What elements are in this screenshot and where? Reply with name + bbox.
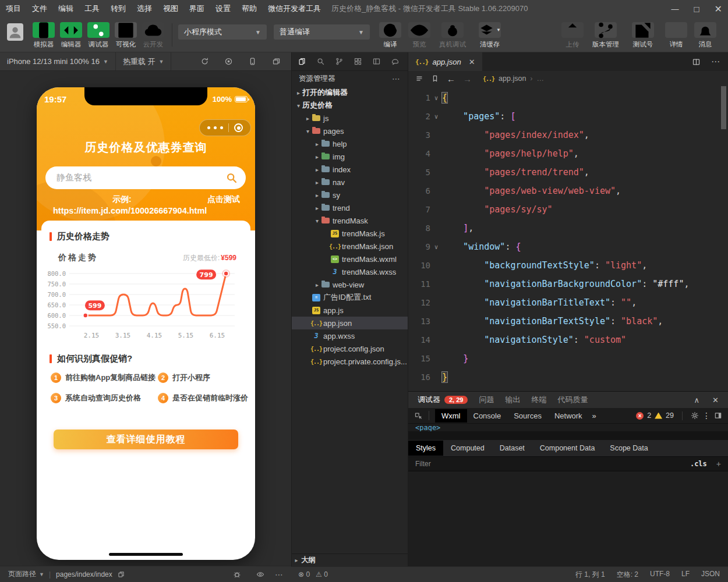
code-editor[interactable]: 1∨{2∨ "pages": [3 "pages/index/index",4 … [408, 86, 728, 391]
problems-status[interactable]: ⊗ 0 ⚠ 0 [298, 570, 328, 579]
action-编译[interactable]: 编译 [377, 22, 404, 49]
search-input[interactable]: 静鱼客栈 [45, 166, 246, 189]
miniprogram-capsule[interactable] [199, 119, 251, 136]
tree-item-index[interactable]: ▸index [292, 163, 408, 176]
add-style-icon[interactable]: + [716, 459, 721, 469]
more-tabs-icon[interactable]: » [592, 411, 596, 420]
bookmark-icon[interactable] [431, 74, 439, 83]
tree-item-打开的编辑器[interactable]: ▸打开的编辑器 [292, 86, 408, 99]
code-line[interactable]: 2∨ "pages": [ [408, 107, 728, 126]
code-line[interactable]: 14 "navigationStyle": "custom" [408, 331, 728, 349]
menu-item[interactable]: 视图 [163, 3, 178, 14]
status-item[interactable]: 行 1, 列 1 [575, 570, 605, 580]
code-line[interactable]: 1∨{ [408, 88, 728, 107]
breadcrumb-file[interactable]: app.json [499, 74, 526, 83]
styles-tab-Computed[interactable]: Computed [443, 441, 492, 456]
outline-list-icon[interactable] [415, 74, 423, 83]
menu-item[interactable]: 工具 [84, 3, 100, 14]
split-editor-icon[interactable] [692, 56, 701, 67]
editor-layout-icon[interactable] [372, 57, 381, 66]
code-line[interactable]: 6 "pages/web-view/web-view", [408, 182, 728, 200]
collapse-panel-icon[interactable]: ∧ [694, 396, 700, 404]
tree-item-trendMask[interactable]: ▾trendMask [292, 214, 408, 227]
tutorial-button[interactable]: 查看详细使用教程 [54, 430, 238, 449]
action-版本管理[interactable]: 版本管理 [588, 22, 623, 49]
panel-tab-代码质量[interactable]: 代码质量 [557, 395, 588, 405]
menu-item[interactable]: 设置 [215, 3, 231, 14]
more-actions-icon[interactable]: ⋯ [711, 56, 720, 67]
close-panel-icon[interactable]: ✕ [712, 396, 719, 404]
warning-count[interactable]: 29 [666, 411, 674, 420]
tree-item-app.js[interactable]: JSapp.js [292, 304, 408, 317]
code-line[interactable]: 11 "navigationBarBackgroundColor": "#fff… [408, 275, 728, 293]
action-预览[interactable]: 预览 [406, 22, 433, 49]
panel-tab-输出[interactable]: 输出 [505, 395, 520, 405]
styles-tab-Styles[interactable]: Styles [408, 441, 443, 456]
outline-section[interactable]: ▸ 大纲 [292, 553, 408, 566]
menu-item[interactable]: 转到 [111, 3, 126, 14]
tab-debugger[interactable]: 调试器 2, 29 [418, 395, 468, 405]
tree-item-project.private.config.js...[interactable]: {..}project.private.config.js... [292, 355, 408, 368]
code-line[interactable]: 8 ], [408, 219, 728, 237]
styles-tab-Scope-Data[interactable]: Scope Data [602, 441, 655, 456]
refresh-icon[interactable] [200, 57, 209, 66]
menu-item[interactable]: 项目 [6, 3, 21, 14]
menu-item[interactable]: 帮助 [242, 3, 257, 14]
nav-back-icon[interactable]: ← [447, 74, 455, 84]
devtools-tab-Console[interactable]: Console [467, 409, 508, 423]
filter-input[interactable]: Filter [415, 460, 431, 468]
status-item[interactable]: LF [681, 570, 690, 580]
status-item[interactable]: JSON [701, 570, 720, 580]
cls-toggle[interactable]: .cls [690, 460, 707, 468]
device-select[interactable]: iPhone 12/13 mini 100% 16 ▼ [0, 52, 116, 70]
toolbar-button-云开发[interactable]: 云开发 [141, 22, 165, 49]
toolbar-button-可视化[interactable]: 可视化 [114, 22, 138, 49]
maximize-icon[interactable]: □ [694, 4, 699, 14]
toolbar-button-调试器[interactable]: 调试器 [86, 22, 111, 49]
code-line[interactable]: 5 "pages/trend/trend", [408, 163, 728, 182]
devtools-tab-Sources[interactable]: Sources [507, 409, 548, 423]
record-icon[interactable] [224, 57, 233, 66]
search-icon[interactable] [225, 172, 238, 184]
whale-icon[interactable] [391, 57, 400, 66]
toolbar-button-编辑器[interactable]: 编辑器 [59, 22, 83, 49]
breadcrumb-more[interactable]: … [537, 74, 545, 83]
status-item[interactable]: UTF-8 [650, 570, 670, 580]
close-tab-icon[interactable]: ✕ [469, 58, 475, 66]
bug-icon[interactable] [233, 570, 241, 579]
menu-item[interactable]: 界面 [189, 3, 204, 14]
code-line[interactable]: 7 "pages/sy/sy" [408, 200, 728, 219]
example-url[interactable]: https://item.jd.com/100026667904.html [53, 206, 207, 215]
action-真机调试[interactable]: 真机调试 [435, 22, 470, 49]
tree-item-project.config.json[interactable]: {..}project.config.json [292, 342, 408, 355]
toolbar-button-模拟器[interactable]: 模拟器 [31, 22, 56, 49]
tree-item-历史价格[interactable]: ▾历史价格 [292, 99, 408, 112]
hot-reload-toggle[interactable]: 热重载 开 ▼ [116, 52, 172, 70]
close-icon[interactable]: ✕ [715, 3, 722, 15]
eye-icon[interactable] [256, 570, 264, 579]
nav-forward-icon[interactable]: → [463, 74, 472, 84]
code-line[interactable]: 3 "pages/index/index", [408, 126, 728, 144]
panel-tab-终端[interactable]: 终端 [531, 395, 546, 405]
devtools-tab-Wxml[interactable]: Wxml [435, 409, 467, 423]
minimize-icon[interactable]: — [672, 5, 679, 13]
panel-tab-问题[interactable]: 问题 [479, 395, 494, 405]
tab-app-json[interactable]: {..} app.json ✕ [408, 52, 482, 71]
code-line[interactable]: 9∨ "window": { [408, 237, 728, 256]
code-line[interactable]: 4 "pages/help/help", [408, 144, 728, 163]
tree-item-app.wxss[interactable]: 3app.wxss [292, 329, 408, 342]
tree-item-help[interactable]: ▸help [292, 137, 408, 150]
windows-icon[interactable] [272, 57, 281, 66]
fold-icon[interactable]: ∨ [430, 243, 442, 251]
action-测试号[interactable]: 测试号 [625, 22, 660, 49]
tree-item-trendMask.wxss[interactable]: 3trendMask.wxss [292, 265, 408, 278]
inspect-element-icon[interactable] [414, 411, 423, 420]
page-path-label[interactable]: 页面路径 [8, 569, 36, 579]
tree-item-trendMask.json[interactable]: {..}trendMask.json [292, 240, 408, 253]
menu-item[interactable]: 编辑 [58, 3, 73, 14]
styles-tab-Component-Data[interactable]: Component Data [532, 441, 603, 456]
action-详情[interactable]: 详情 [663, 22, 690, 49]
devtools-tab-Network[interactable]: Network [548, 409, 589, 423]
error-count[interactable]: 2 [647, 411, 651, 420]
code-line[interactable]: 10 "backgroundTextStyle": "light", [408, 256, 728, 275]
